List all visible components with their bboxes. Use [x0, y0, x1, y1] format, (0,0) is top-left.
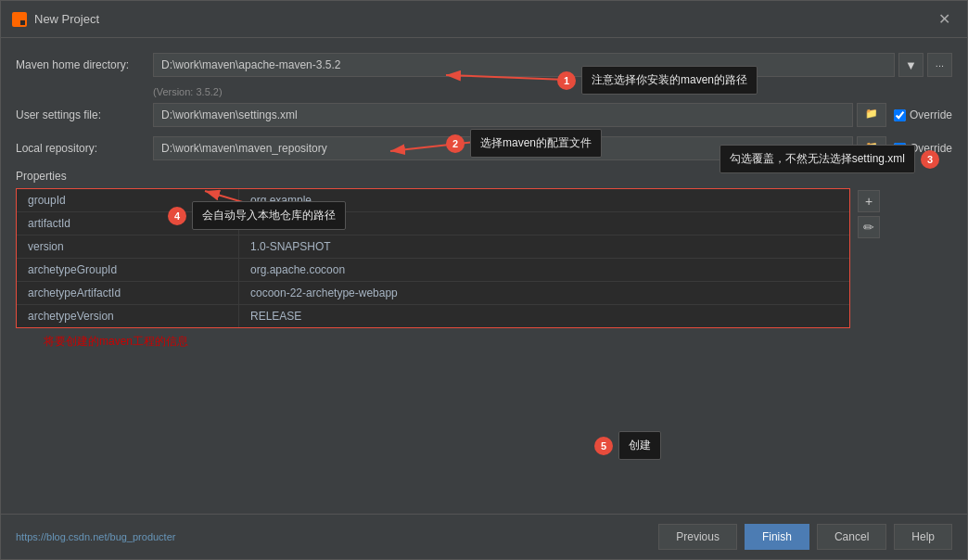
user-settings-input[interactable] — [153, 103, 853, 127]
maven-home-input-row: ▼ ... — [153, 53, 952, 77]
bubble-1: 1 — [557, 71, 576, 90]
title-left: New Project — [12, 12, 99, 27]
add-property-button[interactable]: + — [858, 190, 880, 212]
svg-rect-3 — [20, 20, 25, 25]
maven-home-input[interactable] — [153, 53, 895, 77]
annotation-4: 4 会自动导入本地仓库的路径 — [168, 201, 346, 230]
override1-row: Override — [894, 108, 952, 121]
table-row: artifactIdmaven_test_0307 — [17, 212, 849, 235]
callout-4: 会自动导入本地仓库的路径 — [192, 201, 346, 230]
table-row: archetypeVersionRELEASE — [17, 305, 849, 327]
table-row: groupIdorg.example — [17, 189, 849, 212]
properties-table: groupIdorg.exampleartifactIdmaven_test_0… — [16, 188, 850, 328]
svg-rect-0 — [14, 14, 19, 19]
prop-value: RELEASE — [239, 305, 849, 327]
prop-key: archetypeVersion — [17, 305, 239, 327]
version-text: (Version: 3.5.2) — [153, 86, 952, 97]
title-bar: New Project ✕ — [1, 1, 967, 38]
user-settings-row: User settings file: 📁 Override — [16, 103, 952, 127]
prop-value: org.apache.cocoon — [239, 259, 849, 281]
prop-key: version — [17, 235, 239, 258]
close-button[interactable]: ✕ — [933, 8, 956, 30]
table-row: archetypeGroupIdorg.apache.cocoon — [17, 259, 849, 282]
bubble-3: 3 — [921, 150, 939, 169]
prop-value: 1.0-SNAPSHOT — [239, 235, 849, 258]
user-settings-label: User settings file: — [16, 108, 146, 121]
callout-2: 选择maven的配置文件 — [470, 129, 602, 158]
callout-3: 勾选覆盖，不然无法选择setting.xml — [720, 145, 915, 173]
user-settings-browse[interactable]: 📁 — [857, 103, 886, 127]
prop-value: cocoon-22-archetype-webapp — [239, 282, 849, 304]
maven-home-row: Maven home directory: ▼ ... — [16, 53, 952, 77]
app-icon — [12, 12, 27, 27]
maven-home-label: Maven home directory: — [16, 58, 146, 71]
callout-1: 注意选择你安装的maven的路径 — [581, 66, 758, 95]
edit-property-button[interactable]: ✏ — [858, 216, 880, 238]
maven-home-browse[interactable]: ... — [927, 53, 952, 77]
maven-home-dropdown[interactable]: ▼ — [898, 53, 923, 77]
table-row: version1.0-SNAPSHOT — [17, 235, 849, 259]
annotation-3: 勾选覆盖，不然无法选择setting.xml 3 — [720, 145, 939, 173]
new-project-dialog: New Project ✕ Maven home directory: ▼ ..… — [0, 0, 968, 560]
help-button[interactable]: Help — [894, 524, 952, 550]
prop-key: archetypeArtifactId — [17, 282, 239, 304]
annotation-5: 5 创建 — [594, 431, 661, 460]
annotation-2: 2 选择maven的配置文件 — [446, 129, 602, 158]
callout-5: 创建 — [618, 431, 661, 460]
bubble-2: 2 — [446, 134, 465, 153]
bubble-5: 5 — [594, 437, 613, 455]
previous-button[interactable]: Previous — [658, 524, 737, 550]
local-repo-label: Local repository: — [16, 142, 146, 155]
annotation-1: 1 注意选择你安装的maven的路径 — [557, 66, 758, 95]
cancel-button[interactable]: Cancel — [817, 524, 886, 550]
footer-buttons: Previous Finish Cancel Help — [658, 524, 952, 550]
finish-button[interactable]: Finish — [745, 524, 809, 550]
table-row: archetypeArtifactIdcocoon-22-archetype-w… — [17, 282, 849, 305]
dialog-content: Maven home directory: ▼ ... (Version: 3.… — [1, 38, 967, 514]
bubble-4: 4 — [168, 207, 186, 225]
prop-key: archetypeGroupId — [17, 259, 239, 281]
svg-rect-1 — [20, 14, 25, 19]
override1-checkbox[interactable] — [894, 109, 906, 121]
svg-rect-2 — [14, 20, 19, 25]
properties-note: 将要创建的maven工程的信息 — [44, 334, 952, 350]
user-settings-input-row: 📁 — [153, 103, 886, 127]
properties-section: Properties groupIdorg.exampleartifactIdm… — [16, 170, 952, 350]
override1-label: Override — [910, 108, 952, 121]
dialog-footer: https://blog.csdn.net/bug_producter Prev… — [1, 514, 967, 559]
blog-url: https://blog.csdn.net/bug_producter — [16, 531, 175, 542]
dialog-title: New Project — [34, 12, 99, 26]
